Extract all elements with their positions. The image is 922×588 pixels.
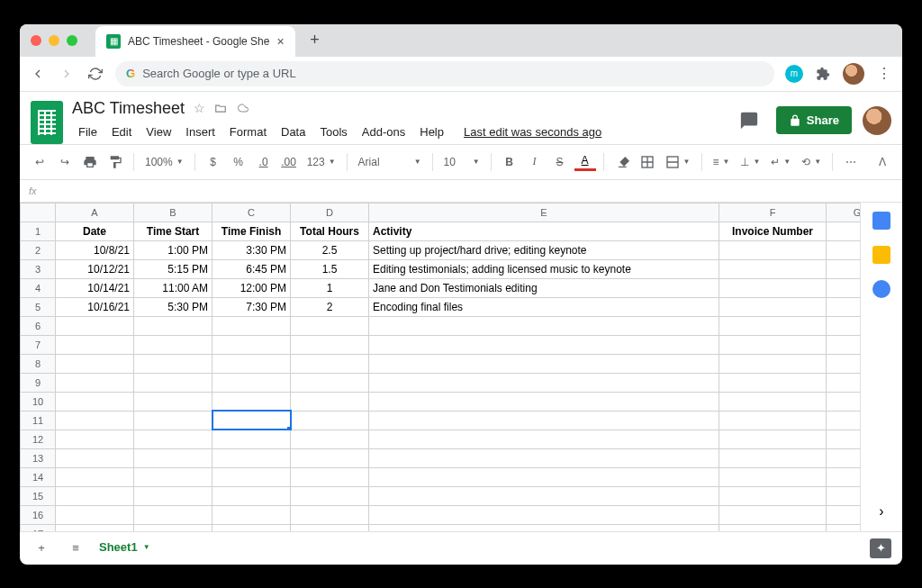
cell[interactable]: 2	[291, 297, 369, 316]
cell[interactable]	[134, 505, 212, 524]
reload-button[interactable]	[86, 65, 104, 83]
row-header[interactable]: 12	[21, 430, 56, 448]
move-icon[interactable]	[214, 102, 227, 114]
cell[interactable]	[212, 524, 291, 531]
cell[interactable]	[827, 278, 861, 297]
cell[interactable]	[134, 373, 212, 392]
cell[interactable]: 10/8/21	[56, 240, 134, 259]
cell[interactable]: Invoice Number	[719, 222, 827, 240]
cloud-status-icon[interactable]	[236, 103, 250, 113]
zoom-dropdown[interactable]: 100%▼	[141, 156, 187, 168]
extension-badge[interactable]: m	[785, 65, 803, 83]
cell[interactable]	[134, 486, 212, 505]
cell[interactable]	[212, 373, 291, 392]
cell[interactable]	[212, 316, 291, 335]
cell[interactable]: Time Start	[134, 222, 212, 240]
cell[interactable]	[291, 430, 369, 448]
cell[interactable]	[134, 430, 212, 448]
text-color-icon[interactable]: A	[574, 152, 596, 171]
collapse-toolbar-icon[interactable]: ᐱ	[872, 151, 893, 173]
cell[interactable]	[56, 448, 134, 467]
extensions-icon[interactable]	[814, 65, 832, 83]
cell[interactable]: Total Hours	[291, 222, 369, 240]
cell[interactable]	[56, 430, 134, 448]
explore-button[interactable]: ✦	[870, 538, 891, 558]
cell[interactable]	[827, 297, 861, 316]
cell[interactable]	[291, 335, 369, 354]
cell[interactable]	[56, 524, 134, 531]
cell[interactable]: 1.5	[291, 259, 369, 278]
cell[interactable]	[134, 411, 212, 430]
row-header[interactable]: 11	[21, 411, 56, 430]
cell[interactable]	[134, 354, 212, 373]
cell[interactable]: Date	[56, 222, 134, 240]
text-rotation-icon[interactable]: ⟲▼	[798, 156, 825, 168]
align-horizontal-icon[interactable]: ≡▼	[710, 156, 734, 168]
cell[interactable]	[719, 354, 827, 373]
number-format-dropdown[interactable]: 123▼	[303, 156, 339, 168]
cell[interactable]	[719, 505, 827, 524]
cell[interactable]	[56, 505, 134, 524]
menu-file[interactable]: File	[72, 122, 104, 142]
cell[interactable]	[719, 259, 827, 278]
profile-avatar[interactable]	[843, 63, 864, 85]
col-header-F[interactable]: F	[719, 203, 827, 222]
cell[interactable]	[827, 240, 861, 259]
cell[interactable]	[719, 411, 827, 430]
col-header-G[interactable]: G	[827, 203, 861, 222]
cell[interactable]	[827, 335, 861, 354]
align-vertical-icon[interactable]: ⊥▼	[737, 156, 764, 168]
decrease-decimals-icon[interactable]: .0	[253, 151, 275, 173]
maximize-window-button[interactable]	[67, 35, 77, 46]
menu-view[interactable]: View	[140, 122, 177, 142]
cell[interactable]: 1	[291, 278, 369, 297]
cell[interactable]	[827, 430, 861, 448]
cell[interactable]	[56, 316, 134, 335]
minimize-window-button[interactable]	[49, 35, 59, 46]
cell[interactable]	[827, 354, 861, 373]
more-toolbar-icon[interactable]: ⋯	[840, 151, 862, 173]
undo-icon[interactable]: ↩	[29, 151, 50, 173]
cell[interactable]	[719, 448, 827, 467]
cell[interactable]	[719, 316, 827, 335]
row-header[interactable]: 10	[21, 392, 56, 411]
cell[interactable]: 6:45 PM	[212, 259, 291, 278]
cell[interactable]	[827, 259, 861, 278]
cell[interactable]	[291, 373, 369, 392]
menu-edit[interactable]: Edit	[105, 122, 138, 142]
cell[interactable]: Time Finish	[212, 222, 291, 240]
currency-icon[interactable]: $	[203, 151, 224, 173]
close-window-button[interactable]	[31, 35, 41, 46]
cell[interactable]	[827, 524, 861, 531]
cell[interactable]	[827, 486, 861, 505]
browser-tab[interactable]: ▦ ABC Timesheet - Google She ×	[95, 26, 295, 57]
cell[interactable]	[827, 448, 861, 467]
cell[interactable]: 3:30 PM	[212, 240, 291, 259]
row-header[interactable]: 2	[21, 240, 56, 259]
cell[interactable]	[56, 467, 134, 486]
row-header[interactable]: 13	[21, 448, 56, 467]
cell[interactable]	[719, 278, 827, 297]
menu-data[interactable]: Data	[275, 122, 312, 142]
cell[interactable]	[291, 448, 369, 467]
col-header-A[interactable]: A	[56, 203, 134, 222]
sheets-logo-icon[interactable]	[31, 101, 63, 144]
cell[interactable]	[56, 392, 134, 411]
cell[interactable]	[719, 335, 827, 354]
cell[interactable]	[291, 524, 369, 531]
row-header[interactable]: 7	[21, 335, 56, 354]
row-header[interactable]: 8	[21, 354, 56, 373]
menu-help[interactable]: Help	[413, 122, 450, 142]
cell[interactable]	[369, 373, 719, 392]
cell[interactable]	[369, 467, 719, 486]
cell[interactable]	[56, 354, 134, 373]
formula-bar[interactable]: fx	[20, 180, 902, 203]
cell[interactable]	[56, 373, 134, 392]
bold-icon[interactable]: B	[499, 151, 520, 173]
cell[interactable]	[719, 392, 827, 411]
cell[interactable]	[291, 392, 369, 411]
borders-icon[interactable]	[637, 151, 658, 173]
menu-addons[interactable]: Add-ons	[356, 122, 411, 142]
font-dropdown[interactable]: Arial▼	[355, 156, 425, 168]
cell[interactable]	[291, 486, 369, 505]
